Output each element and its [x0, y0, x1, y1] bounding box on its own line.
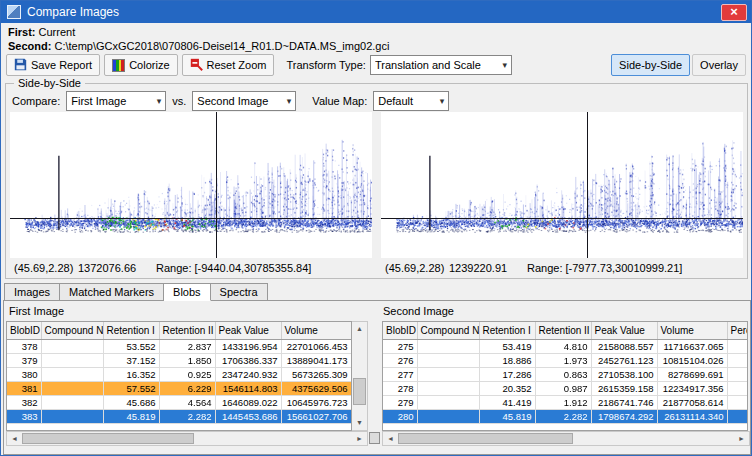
scroll-left-icon[interactable]: ◄ — [383, 432, 398, 445]
scrollbar-track[interactable] — [352, 336, 367, 416]
table-cell[interactable]: 21877058.614 — [657, 395, 727, 409]
column-header[interactable]: Retention I — [479, 322, 535, 339]
scroll-left-icon[interactable]: ◄ — [7, 432, 22, 445]
table-cell[interactable]: 5673265.309 — [281, 367, 351, 381]
table-cell[interactable]: 13889041.173 — [281, 353, 351, 367]
close-button[interactable]: × — [721, 4, 747, 21]
table-cell[interactable]: 2.282 — [535, 409, 591, 423]
table-cell[interactable] — [727, 381, 748, 395]
table-row[interactable]: 37937.1521.8501706386.33713889041.173 — [7, 353, 352, 367]
table-cell[interactable]: 18.886 — [479, 353, 535, 367]
table-cell[interactable]: 2.837 — [159, 339, 215, 353]
table-cell[interactable]: 17.286 — [479, 367, 535, 381]
table-cell[interactable]: 278 — [383, 381, 417, 395]
table-row[interactable]: 38345.8192.2821445453.68615661027.706 — [7, 409, 352, 423]
table-cell[interactable]: 1.912 — [535, 395, 591, 409]
table-cell[interactable]: 2158088.557 — [591, 339, 657, 353]
transform-type-select[interactable]: Translation and Scale ▾ — [370, 55, 512, 75]
table-cell[interactable] — [727, 395, 748, 409]
table-row[interactable]: 38245.6864.5641646089.02210645976.723 — [7, 395, 352, 409]
column-header[interactable]: Retention II — [159, 322, 215, 339]
table-splitter-handle[interactable] — [369, 432, 380, 444]
table-cell[interactable] — [727, 339, 748, 353]
table-cell[interactable] — [417, 409, 479, 423]
column-header[interactable]: Retention II — [535, 322, 591, 339]
table-cell[interactable]: 41.419 — [479, 395, 535, 409]
compare-second-select[interactable]: Second Image ▾ — [192, 91, 296, 111]
table-cell[interactable] — [727, 367, 748, 381]
table-row[interactable]: 27553.4194.8102158088.55711716637.065 — [383, 339, 748, 353]
table-cell[interactable]: 2710538.100 — [591, 367, 657, 381]
column-header[interactable]: Volume — [657, 322, 727, 339]
table-cell[interactable]: 2186741.746 — [591, 395, 657, 409]
table-cell[interactable]: 1546114.803 — [215, 381, 281, 395]
overlay-button[interactable]: Overlay — [692, 54, 746, 76]
second-chromatogram-image[interactable] — [381, 112, 743, 258]
colorize-button[interactable]: Colorize — [104, 54, 177, 76]
scrollbar-thumb[interactable] — [398, 433, 573, 444]
table-cell[interactable]: 280 — [383, 409, 417, 423]
table-cell[interactable]: 0.863 — [535, 367, 591, 381]
table-cell[interactable]: 0.925 — [159, 367, 215, 381]
horizontal-scrollbar[interactable]: ◄ ► — [382, 431, 750, 446]
table-row[interactable]: 37853.5522.8371433196.95422701066.453 — [7, 339, 352, 353]
table-cell[interactable] — [417, 395, 479, 409]
table-cell[interactable]: 53.419 — [479, 339, 535, 353]
table-cell[interactable] — [41, 381, 103, 395]
table-cell[interactable]: 4375629.506 — [281, 381, 351, 395]
first-chromatogram-image[interactable] — [10, 112, 372, 258]
table-row[interactable]: 27820.3520.9872615359.15812234917.356 — [383, 381, 748, 395]
scrollbar-thumb[interactable] — [22, 433, 194, 444]
table-cell[interactable]: 383 — [7, 409, 41, 423]
table-cell[interactable]: 4.810 — [535, 339, 591, 353]
table-cell[interactable]: 1445453.686 — [215, 409, 281, 423]
table-cell[interactable] — [41, 409, 103, 423]
table-cell[interactable]: 45.819 — [479, 409, 535, 423]
table-cell[interactable]: 15661027.706 — [281, 409, 351, 423]
table-cell[interactable]: 382 — [7, 395, 41, 409]
column-header[interactable]: BlobID — [383, 322, 417, 339]
table-cell[interactable]: 378 — [7, 339, 41, 353]
table-cell[interactable]: 2347240.932 — [215, 367, 281, 381]
table-cell[interactable] — [417, 367, 479, 381]
table-cell[interactable] — [417, 339, 479, 353]
compare-first-select[interactable]: First Image ▾ — [66, 91, 166, 111]
scroll-up-icon[interactable]: ▲ — [352, 322, 367, 336]
table-row[interactable]: 27717.2860.8632710538.1008278699.691 — [383, 367, 748, 381]
table-cell[interactable] — [727, 409, 748, 423]
table-cell[interactable]: 37.152 — [103, 353, 159, 367]
column-header[interactable]: Peak Value — [215, 322, 281, 339]
scroll-right-icon[interactable]: ► — [352, 432, 367, 445]
table-cell[interactable]: 8278699.691 — [657, 367, 727, 381]
column-header[interactable]: Compound Name — [417, 322, 479, 339]
column-header[interactable]: Percent — [727, 322, 748, 339]
table-cell[interactable]: 1798674.292 — [591, 409, 657, 423]
table-cell[interactable] — [41, 395, 103, 409]
table-cell[interactable]: 2.282 — [159, 409, 215, 423]
scrollbar-track[interactable] — [22, 432, 352, 445]
table-cell[interactable]: 16.352 — [103, 367, 159, 381]
table-cell[interactable]: 11716637.065 — [657, 339, 727, 353]
table-cell[interactable]: 12234917.356 — [657, 381, 727, 395]
table-cell[interactable]: 10645976.723 — [281, 395, 351, 409]
table-cell[interactable]: 20.352 — [479, 381, 535, 395]
value-map-select[interactable]: Default ▾ — [373, 91, 449, 111]
table-cell[interactable]: 26131114.340 — [657, 409, 727, 423]
column-header[interactable]: Compound Name — [41, 322, 103, 339]
table-cell[interactable]: 45.819 — [103, 409, 159, 423]
table-cell[interactable] — [41, 339, 103, 353]
first-image-panel[interactable] — [10, 112, 372, 258]
table-cell[interactable]: 276 — [383, 353, 417, 367]
table-cell[interactable]: 4.564 — [159, 395, 215, 409]
column-header[interactable]: Volume — [281, 322, 351, 339]
table-cell[interactable]: 10815104.026 — [657, 353, 727, 367]
vertical-scrollbar[interactable]: ▲ ▼ — [352, 321, 368, 431]
table-cell[interactable]: 2452761.123 — [591, 353, 657, 367]
table-cell[interactable] — [727, 353, 748, 367]
column-header[interactable]: Peak Value — [591, 322, 657, 339]
tab-images[interactable]: Images — [4, 283, 60, 301]
horizontal-scrollbar[interactable]: ◄ ► — [6, 431, 368, 446]
table-cell[interactable]: 275 — [383, 339, 417, 353]
scroll-right-icon[interactable]: ► — [734, 432, 749, 445]
table-cell[interactable]: 1646089.022 — [215, 395, 281, 409]
